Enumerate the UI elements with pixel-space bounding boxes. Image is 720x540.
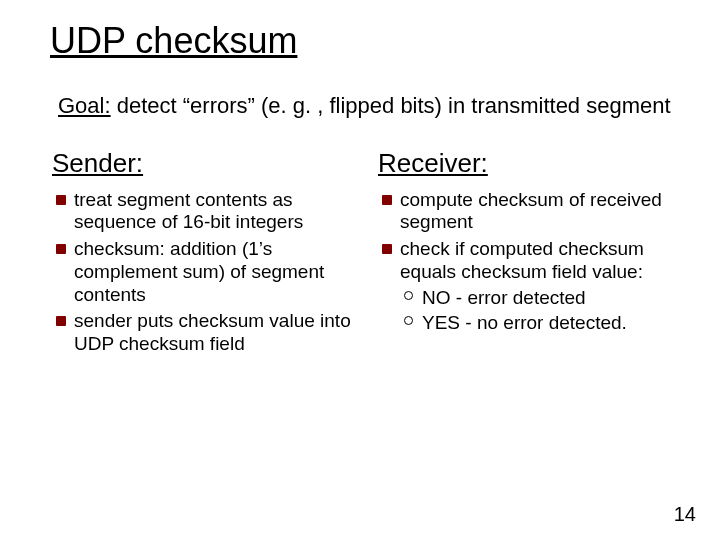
- two-column-body: Sender: treat segment contents as sequen…: [52, 148, 680, 361]
- list-item-text: check if computed checksum equals checks…: [400, 238, 644, 282]
- receiver-sublist: NO - error detected YES - no error detec…: [400, 286, 680, 336]
- sender-heading: Sender:: [52, 148, 354, 179]
- receiver-column: Receiver: compute checksum of received s…: [378, 148, 680, 361]
- sub-item: YES - no error detected.: [400, 311, 680, 335]
- slide: UDP checksum Goal: detect “errors” (e. g…: [0, 0, 720, 540]
- list-item: checksum: addition (1’s complement sum) …: [52, 238, 354, 306]
- receiver-list: compute checksum of received segment che…: [378, 189, 680, 336]
- list-item: check if computed checksum equals checks…: [378, 238, 680, 335]
- list-item: compute checksum of received segment: [378, 189, 680, 235]
- list-item: sender puts checksum value into UDP chec…: [52, 310, 354, 356]
- sub-item: NO - error detected: [400, 286, 680, 310]
- goal-line: Goal: detect “errors” (e. g. , flipped b…: [58, 92, 680, 120]
- page-number: 14: [674, 503, 696, 526]
- sender-list: treat segment contents as sequence of 16…: [52, 189, 354, 357]
- receiver-heading: Receiver:: [378, 148, 680, 179]
- goal-label: Goal:: [58, 93, 111, 118]
- goal-text: detect “errors” (e. g. , flipped bits) i…: [111, 93, 671, 118]
- list-item: treat segment contents as sequence of 16…: [52, 189, 354, 235]
- sender-column: Sender: treat segment contents as sequen…: [52, 148, 354, 361]
- slide-title: UDP checksum: [50, 20, 680, 62]
